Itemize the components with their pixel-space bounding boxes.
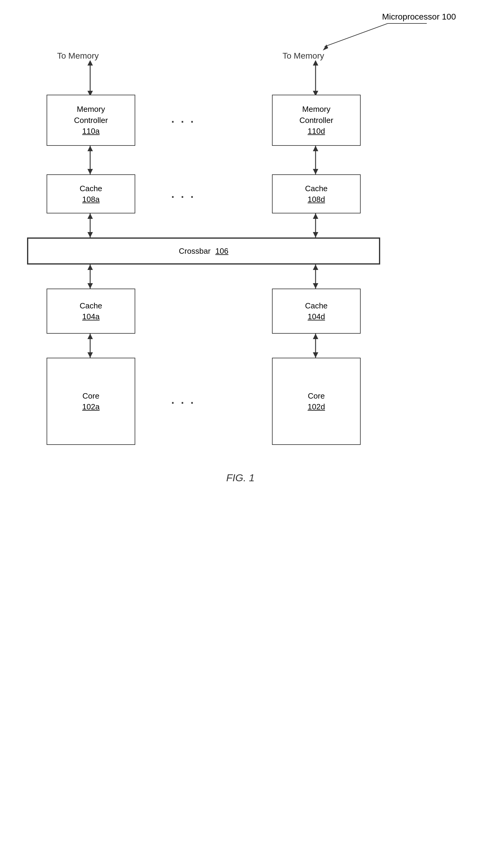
ellipsis-cache-108: . . . [171,188,195,200]
cache-104d: Cache 104d [272,289,361,334]
svg-marker-8 [313,60,318,66]
crossbar-ref: 106 [215,246,229,256]
svg-marker-25 [88,283,93,289]
svg-marker-21 [313,213,318,219]
cache-108d-label: Cache [305,183,328,194]
core-102d-label: Core [308,391,325,401]
svg-marker-18 [88,213,93,219]
svg-marker-24 [88,265,93,270]
cache-104a-label: Cache [80,300,102,311]
svg-marker-34 [313,352,318,358]
cache-104d-label: Cache [305,300,328,311]
svg-marker-19 [88,232,93,237]
mem-ctrl-right-label: MemoryController [299,104,333,126]
cache-108a-label: Cache [80,183,102,194]
cache-104a: Cache 104a [47,289,135,334]
mem-ctrl-right-ref: 110d [308,126,325,137]
crossbar-label: Crossbar [179,246,210,256]
svg-line-1 [325,23,388,47]
crossbar: Crossbar 106 [27,237,380,265]
svg-marker-22 [313,232,318,237]
svg-marker-4 [88,60,93,66]
to-memory-left-label: To Memory [57,51,98,61]
core-102d: Core 102d [272,358,361,445]
svg-marker-33 [313,334,318,339]
cache-108d: Cache 108d [272,174,361,213]
cache-108a-ref: 108a [82,194,100,205]
svg-marker-2 [323,44,328,51]
svg-marker-12 [88,146,93,151]
svg-marker-30 [88,334,93,339]
core-102a: Core 102a [47,358,135,445]
ellipsis-memory-ctrl: . . . [171,113,195,125]
cache-104d-ref: 104d [308,311,325,322]
svg-marker-28 [313,283,318,289]
fig-caption: FIG. 1 [195,472,286,484]
ellipsis-cores: . . . [171,394,195,406]
cache-104a-ref: 104a [82,311,100,322]
to-memory-right-label: To Memory [283,51,324,61]
cache-108a: Cache 108a [47,174,135,213]
svg-marker-13 [88,169,93,174]
svg-marker-15 [313,146,318,151]
cache-108d-ref: 108d [308,194,325,205]
diagram-container: Microprocessor 100 [0,0,504,851]
microprocessor-label: Microprocessor 100 [382,12,456,22]
core-102a-label: Core [82,391,99,401]
svg-marker-31 [88,352,93,358]
memory-controller-left: MemoryController 110a [47,95,135,146]
mem-ctrl-left-ref: 110a [82,126,100,137]
core-102a-ref: 102a [82,401,100,412]
core-102d-ref: 102d [308,401,325,412]
mem-ctrl-left-label: MemoryController [74,104,108,126]
crossbar-content: Crossbar 106 [179,246,229,256]
svg-marker-27 [313,265,318,270]
memory-controller-right: MemoryController 110d [272,95,361,146]
svg-marker-16 [313,169,318,174]
